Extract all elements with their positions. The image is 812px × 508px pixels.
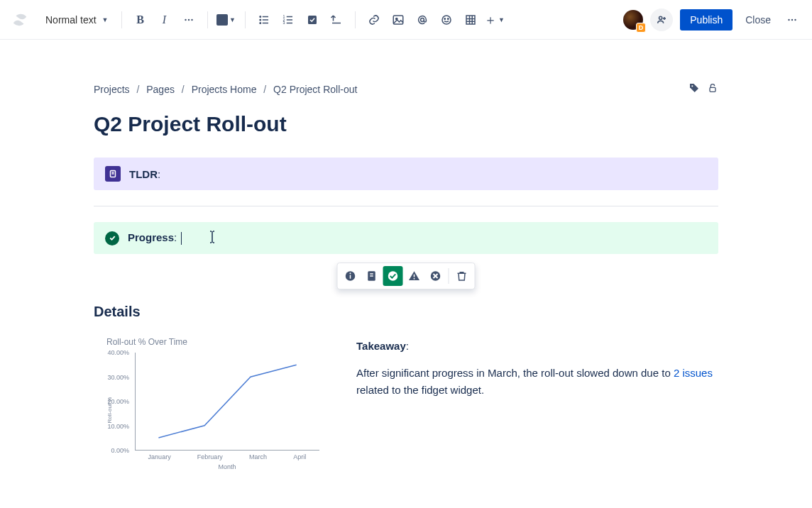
breadcrumb: Projects / Pages / Projects Home / Q2 Pr… [94, 84, 688, 95]
svg-text:3: 3 [282, 21, 285, 25]
panel-type-warning-button[interactable] [405, 266, 424, 286]
breadcrumb-item[interactable]: Projects [94, 84, 130, 95]
chart-x-axis-label: Month [135, 463, 319, 470]
svg-point-31 [788, 18, 789, 20]
svg-rect-40 [350, 275, 351, 279]
note-panel[interactable]: TLDR: [94, 158, 718, 190]
svg-point-34 [691, 85, 693, 87]
link-button[interactable] [363, 9, 385, 31]
svg-point-45 [388, 271, 398, 281]
indent-button[interactable] [325, 9, 348, 31]
chart-y-tick: 40.00% [104, 349, 129, 356]
svg-point-28 [659, 16, 662, 19]
horizontal-rule [94, 206, 718, 206]
table-button[interactable] [459, 9, 482, 31]
text-style-label: Normal text [45, 14, 97, 26]
breadcrumb-item[interactable]: Pages [146, 84, 175, 95]
svg-point-32 [791, 18, 793, 20]
publish-button[interactable]: Publish [680, 9, 733, 31]
chart-x-ticks: JanuaryFebruaryMarchApril [135, 453, 319, 460]
chevron-down-icon: ▼ [498, 16, 505, 23]
breadcrumb-item[interactable]: Projects Home [192, 84, 257, 95]
details-heading[interactable]: Details [94, 304, 718, 320]
issues-link[interactable]: 2 issues [674, 367, 713, 379]
svg-rect-46 [414, 275, 415, 277]
chart-y-tick: 0.00% [104, 447, 129, 454]
svg-rect-35 [710, 87, 715, 92]
insert-menu-button[interactable]: ＋ ▼ [483, 9, 506, 31]
separator [355, 11, 356, 28]
svg-point-7 [260, 22, 261, 23]
panel-delete-button[interactable] [452, 266, 472, 286]
chart-y-tick: 20.00% [104, 398, 129, 405]
chevron-down-icon: ▼ [102, 16, 109, 23]
user-avatar[interactable]: D [623, 10, 643, 30]
separator [121, 11, 122, 28]
panel-type-success-button[interactable] [383, 266, 403, 286]
svg-point-22 [447, 18, 449, 19]
text-color-button[interactable]: ▼ [215, 9, 238, 31]
tag-icon[interactable] [688, 82, 700, 96]
chart[interactable]: Roll-out % Over Time Roll-out % JanuaryF… [94, 327, 328, 473]
svg-point-41 [350, 272, 351, 274]
svg-point-21 [444, 18, 446, 19]
close-button[interactable]: Close [741, 13, 775, 26]
confluence-logo-icon [11, 11, 28, 28]
note-icon [105, 166, 121, 182]
editor-toolbar: Normal text ▼ B I ▼ 123 ＋ ▼ [0, 0, 812, 40]
text-cursor-icon [209, 231, 216, 245]
success-panel-text: Progress: [128, 231, 182, 245]
bold-button[interactable]: B [129, 9, 152, 31]
italic-button[interactable]: I [153, 9, 176, 31]
svg-point-2 [191, 18, 192, 20]
numbered-list-button[interactable]: 123 [277, 9, 300, 31]
svg-point-33 [794, 18, 796, 20]
image-button[interactable] [387, 9, 410, 31]
panel-type-info-button[interactable] [341, 266, 361, 286]
chart-y-tick: 30.00% [104, 374, 129, 381]
svg-point-5 [260, 19, 261, 21]
page-content: Projects / Pages / Projects Home / Q2 Pr… [79, 40, 733, 502]
chevron-down-icon: ▼ [229, 16, 236, 23]
svg-point-1 [187, 18, 189, 20]
chart-title: Roll-out % Over Time [106, 337, 322, 347]
panel-type-error-button[interactable] [426, 266, 446, 286]
invite-button[interactable] [650, 9, 673, 31]
svg-rect-23 [466, 16, 475, 24]
page-title[interactable]: Q2 Project Roll-out [94, 112, 718, 136]
avatar-badge: D [636, 23, 647, 33]
svg-rect-15 [308, 16, 317, 24]
svg-point-0 [185, 18, 186, 20]
breadcrumb-item[interactable]: Q2 Project Roll-out [273, 84, 357, 95]
bullet-list-button[interactable] [253, 9, 275, 31]
emoji-button[interactable] [435, 9, 458, 31]
more-actions-button[interactable] [781, 9, 803, 31]
success-panel[interactable]: Progress: [94, 222, 718, 254]
text-style-select[interactable]: Normal text ▼ [40, 11, 114, 28]
restrictions-icon[interactable] [707, 82, 718, 96]
svg-point-47 [414, 278, 415, 280]
takeaway-text[interactable]: Takeaway: After significant progress in … [356, 327, 718, 409]
svg-point-3 [260, 16, 261, 17]
color-swatch-icon [216, 14, 228, 26]
chart-y-tick: 10.00% [104, 423, 129, 430]
more-formatting-button[interactable] [177, 9, 200, 31]
separator [245, 11, 246, 28]
success-icon [105, 231, 119, 245]
task-list-button[interactable] [301, 9, 324, 31]
mention-button[interactable] [411, 9, 434, 31]
svg-point-20 [442, 16, 451, 24]
note-panel-text: TLDR: [129, 168, 160, 180]
panel-type-note-button[interactable] [362, 266, 382, 286]
separator [207, 11, 208, 28]
